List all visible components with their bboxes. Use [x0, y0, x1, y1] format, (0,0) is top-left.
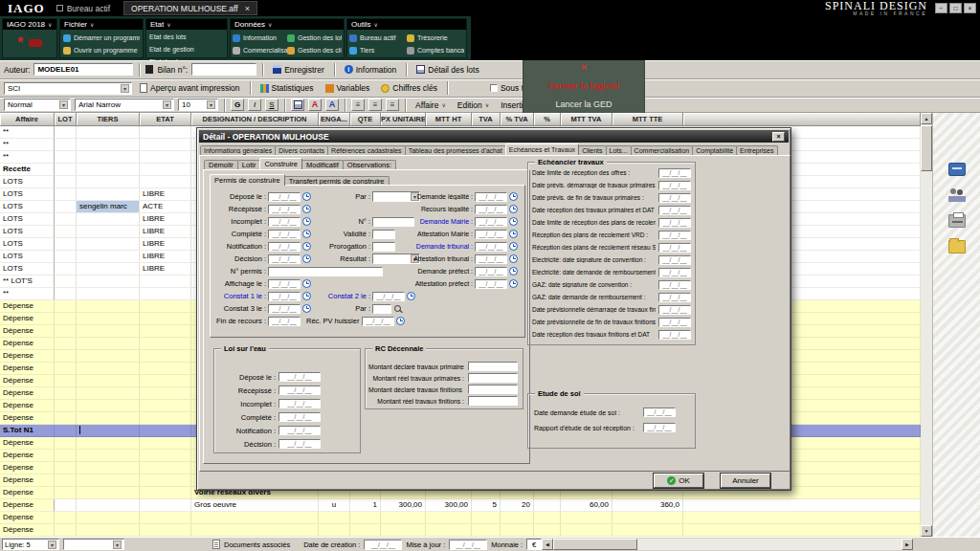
- cell-tiers[interactable]: [77, 226, 140, 238]
- cell-qte[interactable]: 1: [350, 499, 381, 512]
- date-input[interactable]: __/__/__: [658, 280, 691, 290]
- montant-input[interactable]: [468, 385, 518, 394]
- menu-etat[interactable]: Etat∨: [146, 19, 227, 30]
- cell-lot[interactable]: [55, 226, 77, 238]
- menu-item-tiers[interactable]: Tiers: [349, 44, 407, 56]
- cell-affaire[interactable]: Dépense: [0, 300, 55, 313]
- dialog-close-button[interactable]: ×: [772, 132, 785, 142]
- cell-tiers[interactable]: [77, 325, 140, 338]
- date-input[interactable]: __/__/__: [268, 292, 301, 301]
- apercu-button[interactable]: Aperçu avant impression: [136, 82, 244, 94]
- cell-mtt-tte[interactable]: [612, 524, 683, 537]
- menu-item-etat-des-lots[interactable]: Etat des lots: [149, 31, 224, 43]
- cell-mtt-tva[interactable]: [561, 524, 612, 537]
- ok-button[interactable]: ✓ OK: [654, 474, 703, 488]
- cell-affaire[interactable]: Recette: [0, 164, 55, 176]
- cell-lot[interactable]: [55, 412, 77, 425]
- cell-lot[interactable]: [55, 188, 77, 201]
- yellow-folder-icon[interactable]: [948, 240, 966, 253]
- date-input[interactable]: __/__/__: [268, 230, 301, 239]
- cell-tiers[interactable]: [77, 425, 140, 437]
- cell-tiers[interactable]: [77, 363, 140, 375]
- cell-pct-tva[interactable]: 20: [501, 499, 534, 512]
- cell-affaire[interactable]: Dépense: [0, 387, 55, 400]
- date-input[interactable]: __/__/__: [475, 192, 507, 202]
- cell-lot[interactable]: [55, 276, 77, 288]
- cell-etat[interactable]: [140, 524, 191, 537]
- cell-mtt-ht[interactable]: [426, 512, 472, 524]
- cell-etat[interactable]: [140, 164, 191, 176]
- cell-pct[interactable]: [534, 524, 561, 537]
- style-select[interactable]: Normal▾: [4, 99, 71, 111]
- cell-affaire[interactable]: Dépense: [0, 338, 55, 350]
- table-grid-button[interactable]: [291, 99, 304, 111]
- cell-lot[interactable]: [55, 151, 77, 164]
- cell-affaire[interactable]: Dépense: [0, 524, 55, 537]
- horizontal-scrollbar[interactable]: ◀ ▶: [542, 539, 913, 550]
- cell-lot[interactable]: [55, 425, 77, 437]
- cell-lot[interactable]: [55, 263, 77, 276]
- date-input[interactable]: __/__/__: [658, 206, 691, 215]
- scrollbar-thumb[interactable]: [553, 539, 637, 550]
- column-header-mtt-tva[interactable]: MTT TVA: [561, 113, 612, 126]
- cell-tva[interactable]: [472, 524, 501, 537]
- date-input[interactable]: __/__/__: [643, 423, 676, 432]
- clock-icon[interactable]: [509, 254, 518, 263]
- information-button[interactable]: iInformation: [341, 64, 401, 76]
- cell-etat[interactable]: ACTE: [140, 201, 191, 213]
- cell-affaire[interactable]: LOTS: [0, 213, 55, 226]
- cell-etat[interactable]: [140, 139, 191, 151]
- cell-lot[interactable]: [55, 139, 77, 151]
- chiffres-cles-button[interactable]: Chiffres clés: [377, 82, 441, 94]
- cell-tiers[interactable]: [77, 126, 140, 139]
- cell-etat[interactable]: LIBRE: [140, 238, 191, 251]
- cell-lot[interactable]: [55, 363, 77, 375]
- menu-item-commercialisation[interactable]: Commercialisation: [233, 44, 287, 56]
- scroll-right-button[interactable]: ▶: [902, 539, 913, 550]
- date-input[interactable]: __/__/__: [475, 242, 507, 252]
- date-input[interactable]: __/__/__: [268, 242, 301, 252]
- cell-etat[interactable]: [140, 276, 191, 288]
- text-input[interactable]: [372, 217, 414, 227]
- clock-icon[interactable]: [509, 242, 518, 251]
- date-input[interactable]: __/__/__: [658, 181, 691, 190]
- cell-lot[interactable]: [55, 474, 77, 487]
- date-input[interactable]: __/__/__: [268, 192, 301, 202]
- clock-icon[interactable]: [509, 205, 518, 213]
- menu-item-comptes-bancaires[interactable]: Comptes bancaires: [407, 44, 464, 56]
- cell-tiers[interactable]: sengelin marc: [77, 201, 140, 213]
- cell-etat[interactable]: [140, 151, 191, 164]
- cell-affaire[interactable]: **: [0, 151, 55, 164]
- date-input[interactable]: __/__/__: [658, 268, 691, 277]
- menu-iago[interactable]: IAGO 2018∨: [3, 19, 56, 30]
- clock-icon[interactable]: [302, 304, 311, 313]
- cell-lot[interactable]: [55, 499, 77, 512]
- cell-mtt-tva[interactable]: 60,00: [561, 499, 612, 512]
- cell-affaire[interactable]: Dépense: [0, 437, 55, 450]
- menu-item-tr-sorerie[interactable]: Trésorerie: [407, 32, 464, 44]
- close-window-button[interactable]: ×: [964, 3, 976, 13]
- permis-number-input[interactable]: [268, 267, 383, 276]
- cell-etat[interactable]: LIBRE: [140, 226, 191, 238]
- cell-tiers[interactable]: [77, 263, 140, 276]
- cell-tiers[interactable]: [77, 176, 140, 188]
- cell-affaire[interactable]: Dépense: [0, 450, 55, 462]
- column-header-enga[interactable]: ENGA...: [319, 113, 350, 126]
- cell-tiers[interactable]: [77, 437, 140, 450]
- clock-icon[interactable]: [302, 254, 311, 263]
- cell-etat[interactable]: [140, 176, 191, 188]
- cell-affaire[interactable]: Dépense: [0, 375, 55, 387]
- cell-affaire[interactable]: Dépense: [0, 512, 55, 524]
- cell-lot[interactable]: [55, 338, 77, 350]
- clock-icon[interactable]: [302, 217, 311, 226]
- date-input[interactable]: __/__/__: [658, 243, 691, 253]
- cell-tiers[interactable]: [77, 213, 140, 226]
- cell-tiers[interactable]: [77, 462, 140, 474]
- tab-divers-contacts[interactable]: Divers contacts: [275, 145, 328, 155]
- bilan-input[interactable]: [191, 63, 256, 76]
- cell-lot[interactable]: [55, 387, 77, 400]
- cell-tiers[interactable]: [77, 288, 140, 300]
- column-header-lot[interactable]: LOT: [55, 113, 77, 126]
- date-input[interactable]: __/__/__: [268, 217, 301, 227]
- cell-affaire[interactable]: Dépense: [0, 313, 55, 325]
